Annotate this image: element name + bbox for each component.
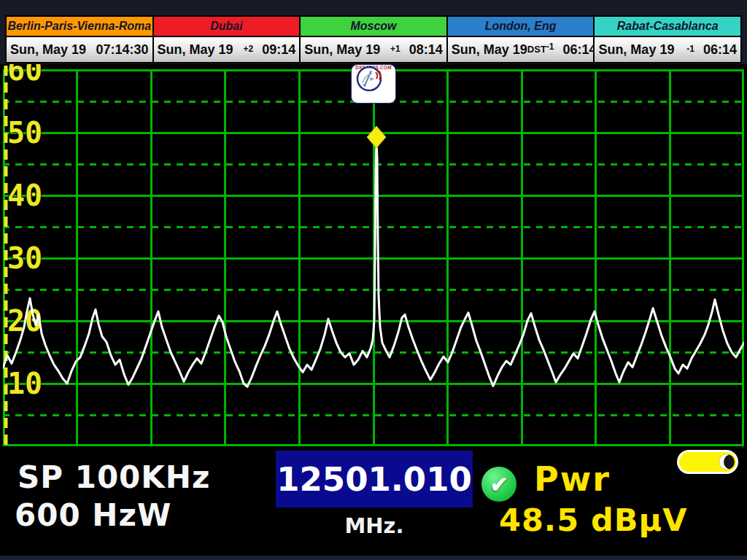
clock-col-berlin: Berlin-Paris-Vienna-Roma Sun, May 19 07:… [7,17,152,62]
svg-text:10: 10 [7,367,42,400]
bandwidth-label: 600 HzW [15,497,171,533]
date-label: Sun, May 19 [452,42,527,58]
clock-col-dubai: Dubai Sun, May 19 +2 09:14 [154,17,300,62]
city-header: Moscow [301,17,446,37]
city-header: Berlin-Paris-Vienna-Roma [7,17,152,37]
tz-offset: DST-1 [527,42,554,57]
satellite-dish-icon [355,65,384,93]
time-row: Sun, May 19 DST-1 06:14:30 [448,37,594,62]
sat-meter-screen: Berlin-Paris-Vienna-Roma Sun, May 19 07:… [0,0,747,560]
date-label: Sun, May 19 [158,42,233,58]
city-header: Rabat-Casablanca [595,17,740,37]
time-row: Sun, May 19 +2 09:14 [154,37,300,62]
time-label: 09:14 [262,42,295,58]
tz-offset: -1 [686,44,694,55]
world-clock-bar: Berlin-Paris-Vienna-Roma Sun, May 19 07:… [0,0,747,64]
frequency-unit: MHz. [276,513,473,538]
power-label: Pwr [534,459,611,499]
svg-text:60: 60 [7,64,42,87]
tz-offset: +2 [243,44,253,55]
svg-text:40: 40 [7,179,42,212]
clock-col-london: London, Eng Sun, May 19 DST-1 06:14:30 [448,17,594,62]
clock-panel: Berlin-Paris-Vienna-Roma Sun, May 19 07:… [5,15,742,63]
time-row: Sun, May 19 +1 08:14 [301,37,446,62]
time-label: 07:14:30 [96,42,149,58]
brand-logo: DXSATCS.COM [351,64,396,104]
battery-indicator [677,450,738,474]
svg-text:50: 50 [7,116,42,149]
tz-offset: +1 [390,44,400,55]
date-label: Sun, May 19 [304,42,380,58]
date-label: Sun, May 19 [10,42,86,58]
screen-bottom-strip [0,556,747,560]
bottom-status-bar: SP 100KHz 600 HzW 12501.010 MHz. ✔ Pwr 4… [0,446,747,556]
time-label: 08:14 [409,42,443,58]
city-header: London, Eng [448,17,594,37]
frequency-value: 12501.010 [276,460,472,499]
frequency-display[interactable]: 12501.010 [276,451,473,508]
lock-check-icon: ✔ [481,467,516,502]
time-row: Sun, May 19 07:14:30 [7,37,152,62]
grid-svg: 605040302010 [3,64,744,446]
clock-col-rabat: Rabat-Casablanca Sun, May 19 -1 06:14 [595,17,740,62]
date-label: Sun, May 19 [598,42,674,58]
time-row: Sun, May 19 -1 06:14 [595,37,740,62]
clock-col-moscow: Moscow Sun, May 19 +1 08:14 [301,17,446,62]
svg-text:30: 30 [7,241,42,275]
battery-terminal-icon [719,454,735,470]
power-value: 48.5 dBµV [499,502,688,538]
city-header: Dubai [154,17,300,37]
span-label: SP 100KHz [18,459,210,495]
time-label: 06:14 [703,42,737,58]
spectrum-plot: 605040302010 DXSATCS.COM [0,64,747,446]
